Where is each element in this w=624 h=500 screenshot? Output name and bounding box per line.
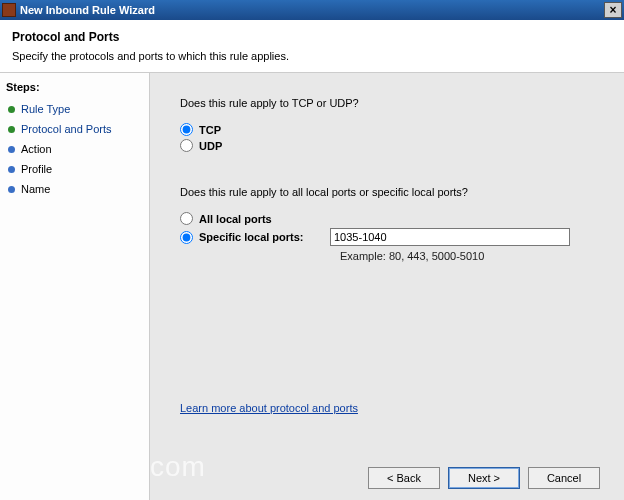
radio-all-ports[interactable]: All local ports [180, 212, 600, 225]
radio-specific-ports-label: Specific local ports: [199, 231, 304, 243]
radio-specific-ports-row: Specific local ports: [180, 228, 600, 246]
step-rule-type[interactable]: Rule Type [6, 99, 143, 119]
content-area: Does this rule apply to TCP or UDP? TCP … [180, 89, 600, 457]
radio-specific-ports[interactable]: Specific local ports: [180, 231, 330, 244]
radio-udp-input[interactable] [180, 139, 193, 152]
step-label: Rule Type [21, 103, 70, 115]
step-label: Action [21, 143, 52, 155]
close-icon[interactable]: × [604, 2, 622, 18]
page-subtitle: Specify the protocols and ports to which… [12, 50, 612, 62]
wizard-header: Protocol and Ports Specify the protocols… [0, 20, 624, 73]
question-protocol: Does this rule apply to TCP or UDP? [180, 97, 600, 109]
radio-specific-ports-input[interactable] [180, 231, 193, 244]
app-icon [2, 3, 16, 17]
radio-udp[interactable]: UDP [180, 139, 600, 152]
wizard-body: Steps: Rule Type Protocol and Ports Acti… [0, 73, 624, 500]
bullet-icon [8, 166, 15, 173]
radio-tcp-label: TCP [199, 124, 221, 136]
button-row: < Back Next > Cancel [180, 457, 600, 495]
question-ports: Does this rule apply to all local ports … [180, 186, 600, 198]
radio-all-ports-input[interactable] [180, 212, 193, 225]
bullet-icon [8, 186, 15, 193]
steps-heading: Steps: [6, 81, 143, 93]
step-label: Name [21, 183, 50, 195]
step-name: Name [6, 179, 143, 199]
titlebar: New Inbound Rule Wizard × [0, 0, 624, 20]
radio-tcp[interactable]: TCP [180, 123, 600, 136]
cancel-button[interactable]: Cancel [528, 467, 600, 489]
specific-ports-input[interactable] [330, 228, 570, 246]
bullet-icon [8, 106, 15, 113]
page-title: Protocol and Ports [12, 30, 612, 44]
window-title: New Inbound Rule Wizard [20, 4, 604, 16]
steps-sidebar: Steps: Rule Type Protocol and Ports Acti… [0, 73, 150, 500]
step-action: Action [6, 139, 143, 159]
learn-more-link[interactable]: Learn more about protocol and ports [180, 402, 358, 414]
next-button[interactable]: Next > [448, 467, 520, 489]
bullet-icon [8, 146, 15, 153]
step-label: Profile [21, 163, 52, 175]
step-protocol-ports[interactable]: Protocol and Ports [6, 119, 143, 139]
radio-tcp-input[interactable] [180, 123, 193, 136]
ports-example: Example: 80, 443, 5000-5010 [340, 250, 600, 262]
step-label: Protocol and Ports [21, 123, 112, 135]
bullet-icon [8, 126, 15, 133]
radio-all-ports-label: All local ports [199, 213, 272, 225]
main-panel: Does this rule apply to TCP or UDP? TCP … [150, 73, 624, 500]
radio-udp-label: UDP [199, 140, 222, 152]
step-profile: Profile [6, 159, 143, 179]
back-button[interactable]: < Back [368, 467, 440, 489]
